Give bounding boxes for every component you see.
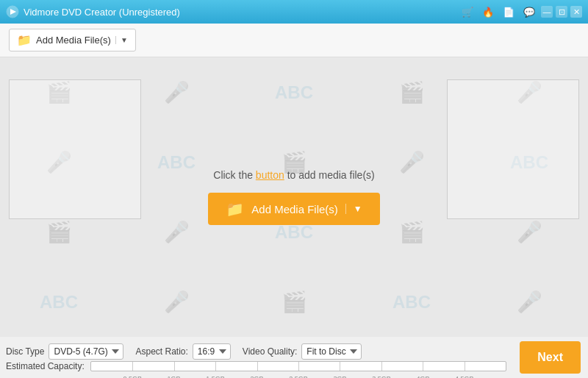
bottom-right: Next: [512, 337, 588, 378]
add-media-main-icon: 📁: [226, 200, 244, 218]
wm-cell: ABC: [0, 267, 118, 337]
add-media-icon: 📁: [17, 33, 32, 47]
aspect-ratio-select[interactable]: 16:9 4:3: [193, 343, 231, 360]
main-dropdown-arrow-icon: ▼: [345, 204, 362, 214]
cart-icon[interactable]: 🛒: [459, 5, 476, 19]
title-left: Vidmore DVD Creator (Unregistered): [6, 5, 180, 18]
video-quality-select[interactable]: Fit to Disc High Medium Low: [301, 343, 362, 360]
capacity-tick-label: 4.5GB: [455, 375, 474, 378]
video-quality-label: Video Quality:: [243, 346, 298, 357]
add-media-main-label: Add Media File(s): [251, 203, 338, 215]
capacity-tick-label: 1GB: [168, 375, 181, 378]
capacity-tick-label: 3.5GB: [372, 375, 391, 378]
center-content: Click the button to add media file(s) 📁 …: [208, 169, 379, 225]
minimize-button[interactable]: —: [541, 6, 553, 18]
capacity-tick-label: 0.5GB: [123, 375, 142, 378]
add-media-label: Add Media File(s): [36, 35, 111, 46]
bottom-bar: Disc Type DVD-5 (4.7G) DVD-9 (8.5G) Blu-…: [0, 337, 588, 378]
restore-button[interactable]: ⊡: [556, 6, 567, 18]
disc-type-group: Disc Type DVD-5 (4.7G) DVD-9 (8.5G) Blu-…: [6, 343, 123, 360]
capacity-tick: 4.5GB: [465, 362, 465, 371]
capacity-bar: 0.5GB1GB1.5GB2GB2.5GB3GB3.5GB4GB4.5GB: [90, 361, 507, 371]
capacity-tick-label: 1.5GB: [206, 375, 225, 378]
capacity-tick: 2GB: [257, 362, 258, 371]
capacity-tick: 3GB: [340, 362, 340, 371]
capacity-tick-label: 4GB: [416, 375, 429, 378]
capacity-bar-wrapper: 0.5GB1GB1.5GB2GB2.5GB3GB3.5GB4GB4.5GB: [90, 361, 507, 371]
capacity-tick-label: 2GB: [251, 375, 264, 378]
disc-type-select[interactable]: DVD-5 (4.7G) DVD-9 (8.5G) Blu-ray 25G Bl…: [49, 343, 123, 360]
aspect-ratio-label: Aspect Ratio:: [135, 346, 187, 357]
wm-cell: 🎤: [118, 267, 235, 337]
capacity-tick: 2.5GB: [298, 362, 299, 371]
disc-type-label: Disc Type: [6, 346, 44, 357]
title-controls: 🛒 🔥 📄 💬 — ⊡ ✕: [459, 5, 582, 19]
capacity-row: Estimated Capacity: 0.5GB1GB1.5GB2GB2.5G…: [6, 361, 506, 371]
bottom-left: Disc Type DVD-5 (4.7G) DVD-9 (8.5G) Blu-…: [0, 337, 512, 378]
capacity-tick-label: 2.5GB: [289, 375, 308, 378]
add-media-main-button[interactable]: 📁 Add Media File(s) ▼: [208, 193, 379, 225]
capacity-tick: 1.5GB: [215, 362, 216, 371]
dropdown-arrow-icon: ▼: [115, 36, 128, 44]
left-panel: [9, 79, 141, 219]
controls-row: Disc Type DVD-5 (4.7G) DVD-9 (8.5G) Blu-…: [6, 343, 506, 360]
close-button[interactable]: ✕: [570, 6, 582, 18]
prompt-link[interactable]: button: [256, 169, 284, 181]
flame-icon[interactable]: 🔥: [479, 5, 497, 19]
add-media-button[interactable]: 📁 Add Media File(s) ▼: [9, 29, 136, 51]
estimated-capacity-label: Estimated Capacity:: [6, 361, 85, 371]
wm-cell: 🎤: [470, 267, 588, 337]
app-title: Vidmore DVD Creator (Unregistered): [24, 7, 180, 18]
app-logo-icon: [6, 5, 19, 18]
wm-cell: ABC: [353, 267, 470, 337]
title-bar: Vidmore DVD Creator (Unregistered) 🛒 🔥 📄…: [0, 0, 588, 24]
aspect-ratio-group: Aspect Ratio: 16:9 4:3: [135, 343, 230, 360]
click-prompt: Click the button to add media file(s): [213, 169, 374, 181]
doc-icon[interactable]: 📄: [500, 5, 517, 19]
wm-cell: 🎬: [235, 267, 353, 337]
main-content: 🎬 🎤 ABC 🎬 🎤 🎤 ABC 🎬 🎤 ABC 🎬 🎤 ABC 🎬 🎤 AB…: [0, 57, 588, 337]
right-panel: [447, 79, 579, 219]
video-quality-group: Video Quality: Fit to Disc High Medium L…: [243, 343, 362, 360]
capacity-tick: 1GB: [174, 362, 175, 371]
capacity-tick: 3.5GB: [381, 362, 382, 371]
chat-icon[interactable]: 💬: [520, 5, 538, 19]
toolbar: 📁 Add Media File(s) ▼: [0, 24, 588, 57]
next-button[interactable]: Next: [520, 341, 581, 374]
capacity-tick: 0.5GB: [132, 362, 133, 371]
capacity-tick: 4GB: [423, 362, 423, 371]
capacity-tick-label: 3GB: [333, 375, 346, 378]
wm-cell: ABC: [235, 57, 353, 127]
